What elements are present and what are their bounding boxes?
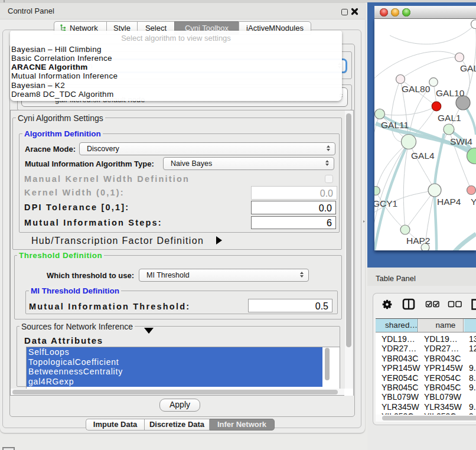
svg-text:HAP4: HAP4 xyxy=(437,197,461,207)
svg-text:HAP2: HAP2 xyxy=(406,236,431,246)
svg-text:GCY1: GCY1 xyxy=(374,198,397,208)
svg-text:SWI4: SWI4 xyxy=(450,136,472,146)
svg-text:GAL11: GAL11 xyxy=(381,120,409,130)
svg-text:GAL80: GAL80 xyxy=(402,84,431,94)
svg-text:GAL1: GAL1 xyxy=(438,113,461,123)
svg-text:GAL: GAL xyxy=(460,63,476,73)
svg-text:Y: Y xyxy=(471,197,476,207)
svg-text:GAL10: GAL10 xyxy=(436,88,465,98)
svg-text:GAL4: GAL4 xyxy=(411,151,435,161)
